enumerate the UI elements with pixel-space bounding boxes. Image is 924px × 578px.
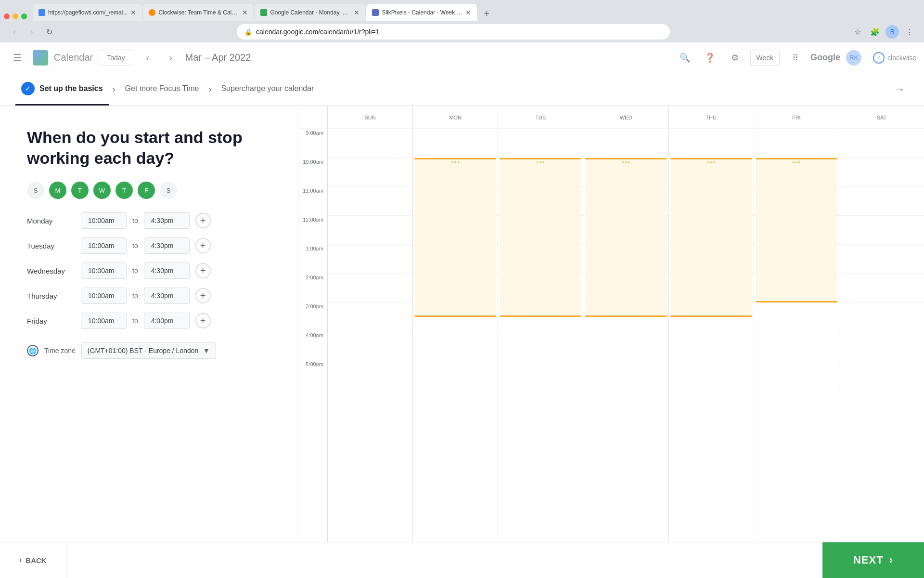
- tuesday-end-field[interactable]: 4:30pm: [144, 237, 190, 254]
- bookmark-btn[interactable]: ☆: [851, 25, 864, 39]
- monday-end-field[interactable]: 4:30pm: [144, 212, 190, 229]
- timezone-dropdown[interactable]: (GMT+01:00) BST - Europe / London ▼: [81, 342, 216, 359]
- day-M-btn[interactable]: M: [49, 182, 66, 199]
- monday-start-field[interactable]: 10:00am: [81, 212, 127, 229]
- wizard-step-3[interactable]: Supercharge your calendar: [215, 73, 320, 105]
- wizard-body: When do you start and stop working each …: [0, 106, 924, 542]
- cal-body: 9:00am 10:00am 11:00am 12:00pm 1:00pm 2:…: [298, 129, 924, 542]
- work-block-fri-dots: [793, 161, 800, 163]
- schedule-row-wednesday: Wednesday 10:00am to 4:30pm +: [27, 263, 271, 279]
- wednesday-add-btn[interactable]: +: [195, 263, 211, 278]
- nav-reload-btn[interactable]: ↻: [42, 25, 56, 39]
- step-arrow-1: ›: [109, 84, 119, 94]
- day-TH-btn[interactable]: T: [116, 182, 133, 199]
- step-arrow-2: ›: [205, 84, 215, 94]
- day-F-btn[interactable]: F: [138, 182, 155, 199]
- col-header-thu: THU: [668, 106, 754, 129]
- timezone-dropdown-arrow: ▼: [203, 347, 210, 355]
- time-9am: 9:00am: [298, 129, 327, 158]
- address-bar[interactable]: 🔒 calendar.google.com/calendar/u/1/r?pli…: [237, 24, 670, 39]
- nav-forward-btn[interactable]: ›: [25, 25, 38, 39]
- thursday-start-field[interactable]: 10:00am: [81, 288, 127, 304]
- tab1-favicon: [38, 9, 45, 16]
- tab2-favicon: [149, 9, 155, 16]
- tab3-label: Google Calendar - Monday, 28...: [270, 9, 351, 16]
- col-header-tue: TUE: [498, 106, 583, 129]
- day-col-sun: [327, 129, 412, 542]
- day-columns-grid: [327, 129, 924, 542]
- nav-back-btn[interactable]: ‹: [8, 25, 21, 39]
- col-header-sat: SAT: [839, 106, 924, 129]
- extensions-btn[interactable]: 🧩: [868, 25, 882, 39]
- browser-tab-1[interactable]: https://pageflows.com/_/emai... ✕: [33, 4, 142, 21]
- tab4-label: SilkPixels - Calendar - Week of...: [382, 9, 462, 16]
- time-labels-col: 9:00am 10:00am 11:00am 12:00pm 1:00pm 2:…: [298, 129, 327, 542]
- time-4pm: 4:00pm: [298, 331, 327, 360]
- time-11am: 11:00am: [298, 187, 327, 216]
- tab3-close[interactable]: ✕: [354, 9, 359, 16]
- wizard-overlay: ✓ Set up the basics › Get more Focus Tim…: [0, 42, 924, 578]
- calendar-preview-panel: SUN MON TUE WED THU FRI: [298, 106, 924, 542]
- cal-col-headers: SUN MON TUE WED THU FRI: [298, 106, 924, 129]
- work-block-wed-dots: [622, 161, 629, 163]
- col-header-mon: MON: [412, 106, 498, 129]
- tuesday-start-field[interactable]: 10:00am: [81, 237, 127, 254]
- friday-start-field[interactable]: 10:00am: [81, 313, 127, 329]
- timezone-globe-icon: 🌐: [27, 345, 38, 356]
- thursday-to-label: to: [132, 292, 138, 300]
- day-col-fri: [754, 129, 839, 542]
- tuesday-add-btn[interactable]: +: [195, 238, 211, 253]
- day-selector: S M T W T F S: [27, 182, 271, 199]
- friday-end-field[interactable]: 4:00pm: [144, 313, 190, 329]
- time-1pm: 1:00pm: [298, 245, 327, 274]
- back-label: BACK: [26, 556, 46, 565]
- lock-icon: 🔒: [244, 28, 252, 36]
- wizard-step-1[interactable]: ✓ Set up the basics: [15, 73, 109, 105]
- monday-label: Monday: [27, 217, 75, 225]
- tab4-close[interactable]: ✕: [465, 9, 471, 16]
- wednesday-to-label: to: [132, 267, 138, 275]
- next-label: NEXT: [853, 554, 884, 566]
- wizard-step-2[interactable]: Get more Focus Time: [119, 73, 205, 105]
- day-SAT-btn[interactable]: S: [160, 182, 177, 199]
- tab1-close[interactable]: ✕: [130, 9, 136, 16]
- day-W-btn[interactable]: W: [93, 182, 111, 199]
- wizard-footer: ‹ BACK NEXT ›: [0, 542, 924, 578]
- friday-add-btn[interactable]: +: [195, 313, 211, 328]
- browser-tab-3[interactable]: Google Calendar - Monday, 28... ✕: [255, 4, 365, 21]
- thursday-add-btn[interactable]: +: [195, 288, 211, 303]
- wizard-exit-btn[interactable]: →: [891, 81, 909, 98]
- close-window-btn[interactable]: [4, 13, 10, 19]
- wednesday-end-field[interactable]: 4:30pm: [144, 263, 190, 279]
- work-block-tue-dots: [537, 161, 544, 163]
- timezone-value: (GMT+01:00) BST - Europe / London: [88, 347, 199, 355]
- tuesday-label: Tuesday: [27, 242, 75, 250]
- new-tab-btn[interactable]: +: [480, 8, 493, 21]
- tab2-close[interactable]: ✕: [242, 9, 248, 16]
- url-text: calendar.google.com/calendar/u/1/r?pli=1: [256, 28, 379, 36]
- col-header-fri: FRI: [754, 106, 839, 129]
- day-col-mon: [412, 129, 498, 542]
- day-col-tue: [498, 129, 583, 542]
- back-btn[interactable]: ‹ BACK: [0, 542, 66, 578]
- day-S-btn[interactable]: S: [27, 182, 44, 199]
- browser-tab-4[interactable]: SilkPixels - Calendar - Week of... ✕: [366, 4, 477, 21]
- day-col-thu: [668, 129, 754, 542]
- col-header-sun: SUN: [327, 106, 412, 129]
- browser-tab-2[interactable]: Clockwise: Team Time & Cale... ✕: [143, 4, 254, 21]
- wednesday-start-field[interactable]: 10:00am: [81, 263, 127, 279]
- maximize-window-btn[interactable]: [21, 13, 27, 19]
- tab2-label: Clockwise: Team Time & Cale...: [158, 9, 239, 16]
- next-btn[interactable]: NEXT ›: [822, 542, 924, 578]
- friday-label: Friday: [27, 317, 75, 325]
- browser-chrome: https://pageflows.com/_/emai... ✕ Clockw…: [0, 0, 924, 42]
- thursday-end-field[interactable]: 4:30pm: [144, 288, 190, 304]
- minimize-window-btn[interactable]: [13, 13, 18, 19]
- more-btn[interactable]: ⋮: [903, 25, 916, 39]
- timezone-row: 🌐 Time zone (GMT+01:00) BST - Europe / L…: [27, 342, 271, 359]
- monday-add-btn[interactable]: +: [195, 213, 211, 228]
- day-T-btn[interactable]: T: [71, 182, 89, 199]
- thursday-label: Thursday: [27, 292, 75, 300]
- step2-label: Get more Focus Time: [125, 84, 199, 93]
- profile-btn[interactable]: R: [886, 25, 899, 39]
